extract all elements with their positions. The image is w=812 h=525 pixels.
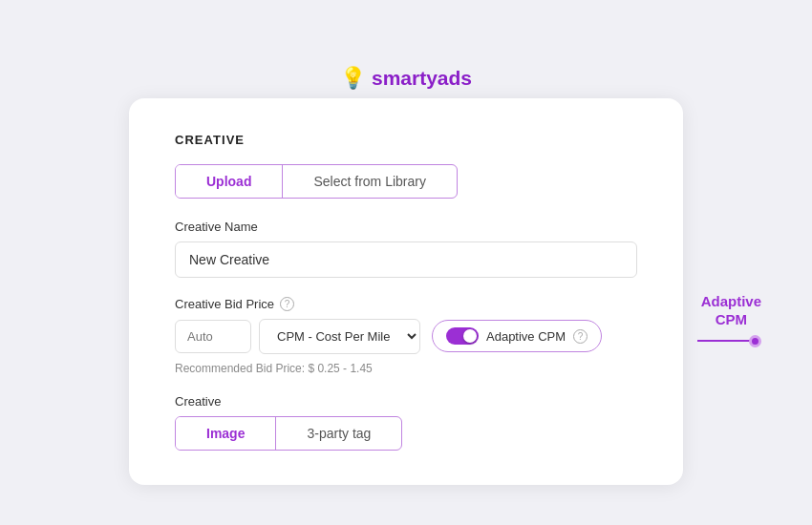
logo-icon: 💡: [340, 66, 366, 91]
bid-help-icon[interactable]: ?: [280, 297, 294, 311]
adaptive-cpm-toggle[interactable]: Adaptive CPM ?: [432, 320, 602, 352]
tag-btn[interactable]: 3-party tag: [276, 417, 401, 450]
adaptive-callout: AdaptiveCPM: [697, 292, 761, 347]
main-card: CREATIVE Upload Select from Library Crea…: [129, 98, 683, 485]
creative-name-label: Creative Name: [175, 220, 637, 234]
library-tab[interactable]: Select from Library: [283, 165, 456, 198]
bid-type-select[interactable]: CPM - Cost Per Mile: [259, 319, 420, 354]
image-btn[interactable]: Image: [176, 417, 276, 450]
logo: 💡 smartyads: [340, 66, 472, 91]
adaptive-cpm-label: Adaptive CPM: [486, 329, 566, 344]
logo-text: smartyads: [372, 67, 472, 90]
bid-auto-input[interactable]: [175, 320, 251, 353]
callout-arrow: [697, 335, 761, 347]
creative-type-group: Image 3-party tag: [175, 416, 402, 451]
recommended-price-text: Recommended Bid Price: $ 0.25 - 1.45: [175, 362, 637, 375]
callout-text: AdaptiveCPM: [701, 292, 761, 329]
upload-tab[interactable]: Upload: [176, 165, 283, 198]
toggle-knob: [463, 329, 477, 343]
adaptive-help-icon[interactable]: ?: [573, 329, 588, 344]
section-title: CREATIVE: [175, 133, 637, 147]
creative-name-input[interactable]: [175, 242, 637, 278]
source-tab-group: Upload Select from Library: [175, 164, 458, 199]
toggle-switch: [446, 327, 479, 345]
bid-row: CPM - Cost Per Mile Adaptive CPM ? Adapt…: [175, 319, 637, 354]
bid-price-label: Creative Bid Price ?: [175, 297, 637, 311]
creative-type-label: Creative: [175, 394, 637, 409]
